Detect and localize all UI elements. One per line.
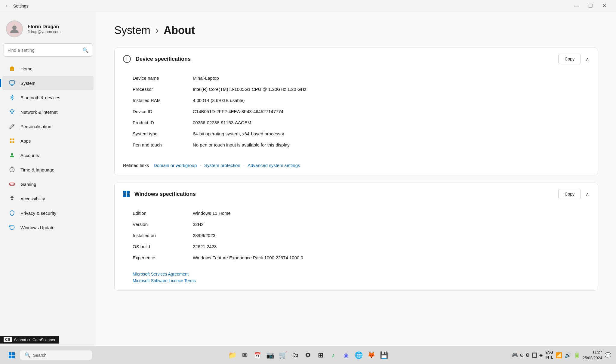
related-sep-1: · xyxy=(200,162,201,168)
sidebar-item-privacy[interactable]: Privacy & security xyxy=(2,206,94,220)
search-icon: 🔍 xyxy=(82,47,88,53)
spec-label-ram: Installed RAM xyxy=(133,95,193,106)
svg-point-2 xyxy=(12,113,13,114)
titlebar-controls: — ❐ ✕ xyxy=(570,0,611,12)
device-specs-grid: Device name Mihai-Laptop Processor Intel… xyxy=(115,70,598,158)
tray-icon-3[interactable]: ⚙ xyxy=(525,352,530,358)
sidebar-item-update[interactable]: Windows Update xyxy=(2,220,94,235)
windows-specs-copy-button[interactable]: Copy xyxy=(558,189,581,199)
taskbar-mail[interactable]: ✉ xyxy=(239,350,251,361)
windows-specs-chevron-icon: ∧ xyxy=(586,191,589,197)
related-link-advanced-settings[interactable]: Advanced system settings xyxy=(248,163,300,168)
page-title: System › About xyxy=(114,24,598,37)
device-specs-chevron-icon: ∧ xyxy=(586,56,589,62)
time-icon xyxy=(8,166,16,173)
watermark-cs-badge: CS xyxy=(4,337,12,342)
taskbar-edge[interactable]: 🌐 xyxy=(353,350,364,361)
network-icon xyxy=(8,108,16,116)
spec-label-version: Version xyxy=(133,219,193,230)
sidebar-item-bluetooth-label: Bluetooth & devices xyxy=(20,95,60,100)
breadcrumb-system[interactable]: System xyxy=(114,24,150,37)
ms-links: Microsoft Services Agreement Microsoft S… xyxy=(115,270,598,290)
windows-specs-header[interactable]: Windows specifications Copy ∧ xyxy=(115,183,598,205)
sidebar-item-accounts[interactable]: Accounts xyxy=(2,148,94,162)
battery-icon[interactable]: 🔋 xyxy=(574,352,580,359)
taskbar-spotify[interactable]: ♪ xyxy=(328,350,339,361)
user-name: Florin Dragan xyxy=(28,24,60,29)
device-specs-copy-button[interactable]: Copy xyxy=(558,54,581,64)
ms-services-link[interactable]: Microsoft Services Agreement xyxy=(133,272,589,276)
sidebar-item-network[interactable]: Network & internet xyxy=(2,105,94,119)
sidebar-item-update-label: Windows Update xyxy=(20,225,54,230)
spec-label-installed-on: Installed on xyxy=(133,230,193,241)
spec-value-os-build: 22621.2428 xyxy=(193,241,589,252)
sidebar-item-system[interactable]: System xyxy=(2,76,94,90)
device-specs-header[interactable]: i Device specifications Copy ∧ xyxy=(115,48,598,70)
taskbar-search[interactable]: 🔍 Search xyxy=(20,350,92,360)
svg-rect-3 xyxy=(10,139,12,140)
spec-value-product-id: 00356-02238-91153-AAOEM xyxy=(193,117,589,128)
sidebar-item-home[interactable]: Home xyxy=(2,61,94,76)
spec-label-experience: Experience xyxy=(133,252,193,263)
minimize-button[interactable]: — xyxy=(570,0,584,12)
spec-label-system-type: System type xyxy=(133,128,193,139)
taskbar-grid[interactable]: ⊞ xyxy=(315,350,326,361)
spec-label-device-id: Device ID xyxy=(133,106,193,117)
svg-rect-5 xyxy=(10,141,12,143)
settings-back-icon[interactable]: ← xyxy=(5,3,10,9)
system-icon xyxy=(8,79,16,87)
language-indicator[interactable]: ENG INTL xyxy=(545,350,553,360)
sidebar-item-apps[interactable]: Apps xyxy=(2,134,94,148)
sidebar-item-bluetooth[interactable]: Bluetooth & devices xyxy=(2,90,94,105)
breadcrumb-separator: › xyxy=(155,24,159,37)
titlebar-left: ← Settings xyxy=(5,3,29,9)
related-links: Related links Domain or workgroup · Syst… xyxy=(115,158,598,175)
spec-label-processor: Processor xyxy=(133,84,193,95)
spec-label-edition: Edition xyxy=(133,208,193,219)
windows-specs-header-right: Copy ∧ xyxy=(558,189,589,199)
svg-rect-6 xyxy=(13,141,14,143)
user-profile[interactable]: Florin Dragan fldrag@yahoo.com xyxy=(0,12,96,43)
wifi-icon[interactable]: 📶 xyxy=(556,352,562,359)
update-icon xyxy=(8,224,16,231)
sidebar-item-personalisation[interactable]: Personalisation xyxy=(2,119,94,134)
search-box[interactable]: 🔍 xyxy=(4,43,92,57)
taskbar-save[interactable]: 💾 xyxy=(378,350,390,361)
spec-value-device-id: C14B051D-2FF2-4EEA-8F43-464527147774 xyxy=(193,106,589,117)
sidebar-item-time[interactable]: Time & language xyxy=(2,162,94,177)
taskbar-clock[interactable]: 11:27 25/03/2024 xyxy=(583,350,602,360)
tray-apps-icon[interactable]: 🎮 xyxy=(512,352,518,358)
spec-label-pen-touch: Pen and touch xyxy=(133,139,193,150)
taskbar: 🔍 Search 📁 ✉ 📅 📷 🛒 🗂 ⚙ ⊞ ♪ ◉ 🌐 🦊 💾 🎮 ⊙ ⚙… xyxy=(0,346,616,364)
taskbar-files[interactable]: 🗂 xyxy=(290,350,301,361)
taskbar-settings[interactable]: ⚙ xyxy=(302,350,314,361)
bluetooth-icon xyxy=(8,94,16,101)
tray-steam-icon[interactable]: ⊙ xyxy=(520,352,524,358)
volume-icon[interactable]: 🔊 xyxy=(565,352,571,359)
sidebar-item-accessibility-label: Accessibility xyxy=(20,196,45,201)
taskbar-discord[interactable]: ◉ xyxy=(340,350,352,361)
taskbar-store[interactable]: 🛒 xyxy=(277,350,288,361)
sidebar-item-gaming[interactable]: Gaming xyxy=(2,177,94,191)
taskbar-file-explorer[interactable]: 📁 xyxy=(226,350,238,361)
taskbar-calendar[interactable]: 📅 xyxy=(252,350,263,361)
breadcrumb-about: About xyxy=(164,24,195,37)
sidebar-nav: Home System Bluetooth & devices Network … xyxy=(0,61,96,235)
maximize-button[interactable]: ❐ xyxy=(584,0,597,12)
related-link-domain[interactable]: Domain or workgroup xyxy=(154,163,197,168)
taskbar-camera[interactable]: 📷 xyxy=(264,350,276,361)
close-button[interactable]: ✕ xyxy=(597,0,611,12)
related-link-system-protection[interactable]: System protection xyxy=(204,163,240,168)
titlebar: ← Settings — ❐ ✕ xyxy=(0,0,616,12)
start-button[interactable] xyxy=(5,348,19,362)
ms-licence-link[interactable]: Microsoft Software Licence Terms xyxy=(133,278,589,283)
spec-value-processor: Intel(R) Core(TM) i3-1005G1 CPU @ 1.20GH… xyxy=(193,84,589,95)
notifications-icon[interactable]: 💬 xyxy=(605,352,611,359)
spec-value-system-type: 64-bit operating system, x64-based proce… xyxy=(193,128,589,139)
tray-icon-4[interactable]: 🔲 xyxy=(531,352,537,358)
taskbar-firefox[interactable]: 🦊 xyxy=(365,350,377,361)
sidebar-item-accessibility[interactable]: Accessibility xyxy=(2,191,94,206)
tray-icon-5[interactable]: ◈ xyxy=(539,352,543,358)
titlebar-title: Settings xyxy=(13,4,29,8)
search-input[interactable] xyxy=(8,48,82,53)
